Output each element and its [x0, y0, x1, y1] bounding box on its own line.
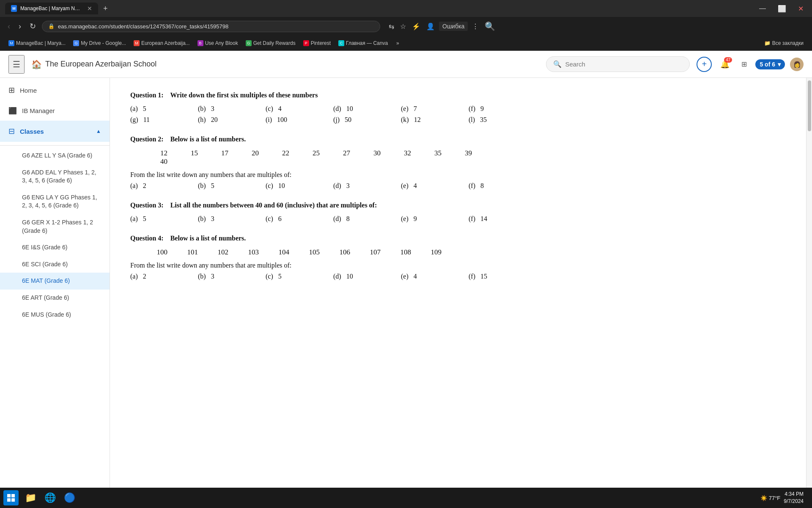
q4-title: Question 4: Below is a list of numbers.: [130, 235, 496, 242]
search-input[interactable]: [565, 61, 683, 68]
sub-item-label: 6E ART (Grade 6): [22, 294, 69, 301]
q3-e: (e) 9: [401, 215, 469, 223]
sidebar-item-classes[interactable]: ⊟ Classes ▲: [0, 121, 110, 142]
search-bar[interactable]: 🔍: [546, 56, 690, 72]
num-20: 20: [242, 149, 259, 157]
tab-favicon: M: [11, 5, 17, 12]
num-100: 100: [151, 248, 167, 257]
bookmark-label: ManageBac | Marya...: [16, 40, 66, 46]
sidebar-sub-6eis[interactable]: 6E I&S (Grade 6): [0, 239, 110, 256]
sidebar-sub-6emus[interactable]: 6E MUS (Grade 6): [0, 306, 110, 323]
sidebar-item-ibmanager[interactable]: ⬛ IB Manager: [0, 101, 110, 121]
q2-from-list: From the list write down any numbers tha…: [130, 171, 496, 179]
q3-b: (b) 3: [198, 215, 266, 223]
reload-button[interactable]: ↻: [27, 20, 38, 33]
notification-badge: 47: [724, 57, 732, 63]
num-22: 22: [272, 149, 289, 157]
num-39: 39: [455, 149, 472, 157]
active-tab[interactable]: M ManageBac | Maryam Novruz... ✕: [5, 3, 98, 14]
maximize-button[interactable]: ⬜: [774, 4, 790, 14]
sidebar-item-home[interactable]: ⊞ Home: [0, 80, 110, 101]
sub-item-label: 6E I&S (Grade 6): [22, 244, 67, 251]
bookmark-icon[interactable]: ☆: [398, 21, 408, 32]
error-text: Ошибка: [442, 23, 464, 30]
browser-search-icon[interactable]: 🔍: [483, 19, 497, 33]
q1-g: (g) 11: [130, 116, 198, 124]
address-bar[interactable]: 🔒 eas.managebac.com/student/classes/1247…: [42, 21, 380, 32]
q3-f: (f) 14: [469, 215, 536, 223]
student-badge[interactable]: 5 of 6 ▾: [755, 59, 785, 69]
q3-row1: (a) 5 (b) 3 (c) 6 (d) 8 (e) 9 (f) 14: [130, 215, 496, 223]
question-3: Question 3: List all the numbers between…: [130, 202, 496, 223]
browser-chrome: M ManageBac | Maryam Novruz... ✕ + — ⬜ ✕…: [0, 0, 812, 51]
sidebar-sub-g6eng[interactable]: G6 ENG LA Y GG Phases 1, 2, 3, 4, 5, 6 (…: [0, 189, 110, 214]
bookmark-gdrive[interactable]: G My Drive - Google...: [70, 39, 129, 48]
bookmarks-more-button[interactable]: »: [394, 39, 402, 48]
bookmarks-folder[interactable]: 📁 Все закладки: [761, 39, 807, 48]
question-2: Question 2: Below is a list of numbers. …: [130, 135, 496, 190]
svg-rect-3: [11, 498, 15, 502]
sidebar-sub-6esci[interactable]: 6E SCI (Grade 6): [0, 256, 110, 273]
add-button[interactable]: +: [697, 57, 712, 72]
chrome-icon: 🔵: [64, 492, 75, 503]
content-area: Question 1: Write down the first six mul…: [110, 78, 806, 508]
bookmark-pinterest[interactable]: P Pinterest: [300, 39, 334, 48]
weather-widget: ☀️ 77°F: [760, 495, 781, 501]
sub-item-label: G6 GER X 1-2 Phases 1, 2 (Grade 6): [22, 219, 93, 234]
sidebar-sub-6emat[interactable]: 6E MAT (Grade 6): [0, 273, 110, 290]
notifications-button[interactable]: 🔔 47: [717, 56, 733, 72]
minimize-button[interactable]: —: [756, 4, 769, 14]
sidebar-sub-6eart[interactable]: 6E ART (Grade 6): [0, 290, 110, 306]
new-tab-button[interactable]: +: [103, 4, 108, 13]
bookmark-canva[interactable]: C Главная — Canva: [335, 39, 391, 48]
pinterest-favicon: P: [303, 40, 309, 46]
sidebar-label: Home: [20, 87, 37, 94]
settings-icon[interactable]: Ошибка: [439, 22, 468, 31]
class-selector-icon[interactable]: ⊞: [738, 57, 750, 72]
window-controls: — ⬜ ✕: [756, 4, 807, 14]
taskbar-file-explorer[interactable]: 📁: [21, 489, 40, 507]
sidebar: ⊞ Home ⬛ IB Manager ⊟ Classes ▲ G6 AZE L…: [0, 78, 110, 508]
scrollbar-thumb[interactable]: [808, 80, 811, 131]
folder-icon: 📁: [764, 40, 771, 46]
sidebar-sub-g6add[interactable]: G6 ADD EAL Y Phases 1, 2, 3, 4, 5, 6 (Gr…: [0, 164, 110, 189]
weather-icon: ☀️: [760, 495, 767, 501]
q2-d: (d) 3: [333, 182, 401, 190]
bookmark-european[interactable]: M European Azerbaija...: [130, 39, 193, 48]
close-button[interactable]: ✕: [795, 4, 807, 14]
forward-button[interactable]: ›: [16, 20, 24, 33]
sub-item-label: G6 ENG LA Y GG Phases 1, 2, 3, 4, 5, 6 (…: [22, 194, 97, 209]
bookmark-label: Pinterest: [311, 40, 331, 46]
num-103: 103: [242, 248, 259, 257]
start-button[interactable]: [3, 490, 19, 505]
q4-description: Below is a list of numbers.: [170, 235, 246, 242]
sidebar-sub-g6ger[interactable]: G6 GER X 1-2 Phases 1, 2 (Grade 6): [0, 214, 110, 239]
bookmark-managebac[interactable]: M ManageBac | Marya...: [5, 39, 69, 48]
num-40: 40: [151, 157, 167, 166]
q1-row1: (a) 5 (b) 3 (c) 4 (d) 10 (e) 7 (f) 9: [130, 105, 496, 113]
svg-rect-1: [11, 494, 15, 497]
num-104: 104: [272, 248, 289, 257]
extensions-icon[interactable]: ⚡: [410, 21, 422, 32]
chevron-down-icon: ▾: [778, 61, 781, 68]
expand-icon: ▲: [96, 128, 101, 134]
q1-label: Question 1:: [130, 91, 164, 99]
profile-icon[interactable]: 👤: [425, 21, 436, 32]
q1-j: (j) 50: [333, 116, 401, 124]
avatar[interactable]: 👩: [790, 58, 804, 71]
back-button[interactable]: ‹: [5, 20, 13, 33]
num-15: 15: [181, 149, 198, 157]
q3-title: Question 3: List all the numbers between…: [130, 202, 496, 209]
sidebar-sub-g6aze[interactable]: G6 AZE LL Y SA (Grade 6): [0, 147, 110, 164]
translate-icon[interactable]: ⇆: [387, 21, 396, 32]
tab-close-button[interactable]: ✕: [87, 5, 92, 12]
hamburger-menu[interactable]: ☰: [8, 55, 25, 74]
time-date-widget: 4:34 PM 9/7/2024: [784, 491, 804, 505]
more-icon[interactable]: ⋮: [470, 21, 480, 32]
bookmark-rewards[interactable]: G Get Daily Rewards: [242, 39, 299, 48]
bookmark-blook[interactable]: B Use Any Blook: [194, 39, 241, 48]
taskbar-edge[interactable]: 🌐: [41, 489, 59, 507]
taskbar-chrome[interactable]: 🔵: [60, 489, 79, 507]
bookmark-label: European Azerbaija...: [141, 40, 190, 46]
q1-title: Question 1: Write down the first six mul…: [130, 91, 496, 99]
